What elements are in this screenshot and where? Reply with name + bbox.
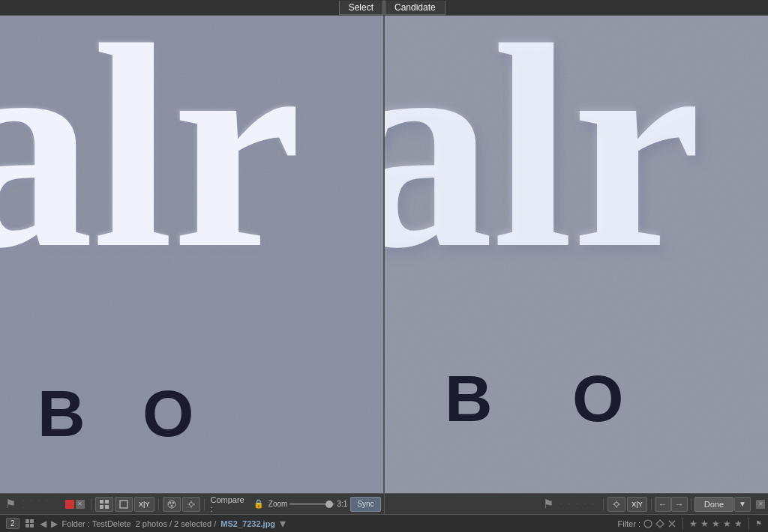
- left-bottom-text-o: O: [142, 375, 192, 452]
- star-1[interactable]: ★: [689, 519, 698, 529]
- svg-point-6: [169, 501, 171, 504]
- filter-area: Filter : ★ ★ ★ ★ ★ ⚑: [617, 518, 762, 530]
- candidate-label: Candidate: [385, 1, 446, 15]
- right-settings-btn1[interactable]: [608, 497, 626, 512]
- svg-rect-2: [100, 505, 104, 509]
- svg-point-8: [170, 504, 172, 507]
- zoom-area: Zoom 3:1: [268, 500, 347, 508]
- svg-point-11: [644, 520, 652, 528]
- dots-left: · · · · ·: [22, 498, 58, 511]
- star-2[interactable]: ★: [700, 519, 709, 529]
- toolbar-right: ⚑ · · · · · X|Y ← → Done ▼ ✕: [385, 494, 769, 514]
- star-4[interactable]: ★: [723, 519, 731, 529]
- image-comparison-area: alr B O alr B O: [0, 16, 768, 493]
- single-view-btn[interactable]: [115, 497, 133, 512]
- prev-nav-icon[interactable]: ◀: [40, 519, 46, 529]
- svg-rect-0: [100, 500, 104, 504]
- left-image-bg: alr B O: [0, 16, 383, 493]
- right-bottom-text-b: B: [445, 360, 491, 437]
- dots-right: · · · · ·: [560, 501, 596, 507]
- zoom-value: 3:1: [337, 500, 347, 508]
- grid-view-btn[interactable]: [95, 497, 113, 512]
- settings-btn[interactable]: [182, 497, 200, 512]
- filter-circle-icon: [644, 519, 652, 528]
- right-image-bg: alr B O: [385, 16, 768, 493]
- lock-icon: 🔒: [254, 499, 264, 509]
- close-btn-x[interactable]: ✕: [76, 500, 85, 509]
- filter-diamond-icon: [656, 519, 664, 528]
- filter-x-icon: [668, 519, 676, 528]
- filename-label: MS2_7232.jpg: [220, 519, 275, 528]
- next-nav-icon[interactable]: ▶: [51, 519, 58, 529]
- star-5[interactable]: ★: [734, 519, 742, 529]
- zoom-label: Zoom: [268, 500, 288, 508]
- svg-rect-3: [105, 505, 109, 509]
- right-xy-btn[interactable]: X|Y: [627, 497, 647, 512]
- compare-label: Compare :: [211, 495, 249, 513]
- flag-icon-left: ⚑: [5, 497, 16, 511]
- done-button[interactable]: Done: [694, 497, 734, 512]
- palette-btn[interactable]: [163, 497, 181, 512]
- left-image-panel: alr B O: [0, 16, 385, 493]
- select-label: Select: [339, 1, 383, 15]
- toolbar-area: ⚑ · · · · · ✕ X|Y: [0, 493, 768, 514]
- close-btn-red[interactable]: [65, 500, 74, 509]
- next-btn[interactable]: →: [671, 497, 688, 512]
- svg-point-7: [172, 501, 174, 504]
- right-bottom-text-o: O: [572, 360, 622, 437]
- svg-point-9: [189, 502, 193, 506]
- right-main-text: alr: [385, 16, 700, 315]
- photo-count: 2: [6, 518, 20, 529]
- grid-icon-status: [26, 519, 34, 528]
- selection-label: 2 photos / 2 selected /: [136, 519, 217, 528]
- right-image-panel: alr B O: [385, 16, 768, 493]
- close-right-btn[interactable]: ✕: [756, 500, 765, 509]
- star-3[interactable]: ★: [712, 519, 720, 529]
- flag-status: ⚑: [755, 519, 762, 528]
- left-main-text: alr: [0, 16, 300, 315]
- svg-marker-12: [656, 520, 664, 528]
- filter-label: Filter :: [617, 519, 640, 528]
- filename-arrow[interactable]: ▾: [280, 516, 286, 531]
- toolbar-row: ⚑ · · · · · ✕ X|Y: [0, 493, 768, 514]
- right-dropdown-btn[interactable]: ▼: [734, 497, 751, 512]
- svg-rect-4: [120, 501, 128, 508]
- folder-label: Folder : TestDelete: [62, 519, 131, 528]
- status-bar: 2 ◀ ▶ Folder : TestDelete 2 photos / 2 s…: [0, 514, 768, 532]
- toolbar-left: ⚑ · · · · · ✕ X|Y: [0, 494, 385, 514]
- zoom-slider[interactable]: [290, 503, 334, 505]
- left-bottom-text: B: [38, 375, 123, 452]
- flag-icon-right: ⚑: [543, 497, 554, 511]
- prev-btn[interactable]: ←: [655, 497, 671, 512]
- svg-rect-1: [105, 500, 109, 504]
- svg-point-10: [615, 502, 619, 506]
- window-controls-left: ✕: [65, 500, 85, 509]
- xy-view-btn[interactable]: X|Y: [134, 497, 154, 512]
- sync-button[interactable]: Sync: [350, 497, 380, 512]
